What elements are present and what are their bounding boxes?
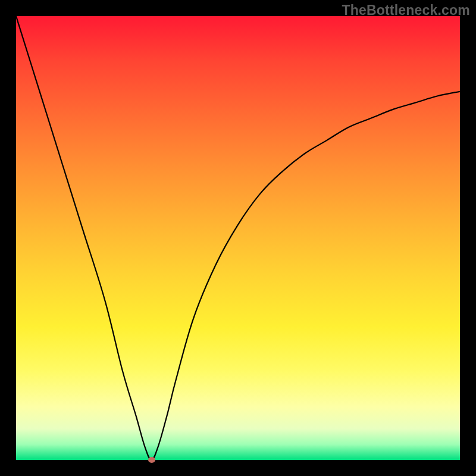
min-point-marker bbox=[148, 457, 155, 463]
plot-area bbox=[16, 16, 460, 460]
watermark-text: TheBottleneck.com bbox=[342, 2, 470, 18]
bottleneck-curve bbox=[16, 16, 460, 460]
curve-svg bbox=[16, 16, 460, 460]
chart-frame: TheBottleneck.com bbox=[0, 0, 476, 476]
